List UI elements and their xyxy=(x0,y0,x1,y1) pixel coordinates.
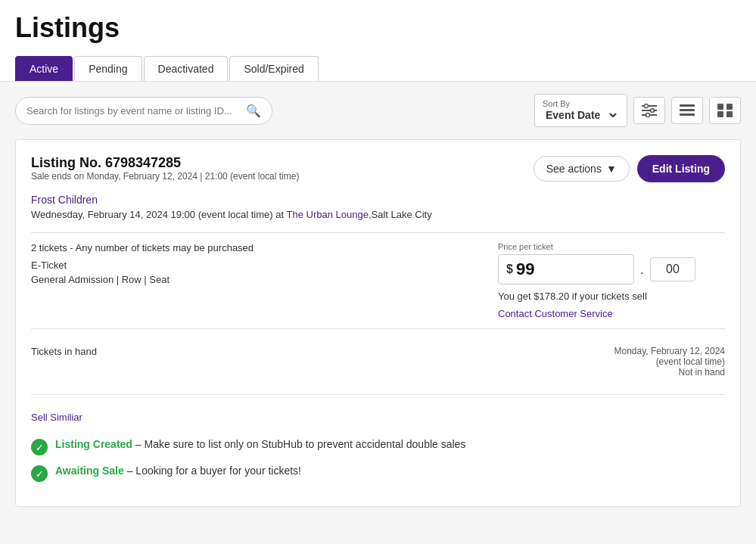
svg-rect-12 xyxy=(726,111,733,117)
svg-point-3 xyxy=(645,104,649,108)
tickets-in-hand-label: Tickets in hand xyxy=(31,346,97,357)
divider-3 xyxy=(31,394,725,395)
svg-point-4 xyxy=(651,109,655,113)
price-dollar: $ xyxy=(506,263,513,276)
sort-label: Sort By xyxy=(543,99,619,108)
list-view-button[interactable] xyxy=(671,97,703,124)
ticket-info-right: Price per ticket $ 99 . 00 You get $178.… xyxy=(498,242,725,319)
tab-active[interactable]: Active xyxy=(15,56,73,81)
status-awaiting-bold: Awaiting Sale xyxy=(55,465,124,477)
svg-rect-9 xyxy=(717,104,723,110)
sell-similar-link[interactable]: Sell Similiar xyxy=(31,412,82,423)
ticket-admission: General Admission | Row | Seat xyxy=(31,274,498,285)
status-created-bold: Listing Created xyxy=(55,438,132,450)
status-created-text: Listing Created – Make sure to list only… xyxy=(55,438,465,450)
listing-card: Listing No. 6798347285 Sale ends on Mond… xyxy=(15,139,741,507)
grid-view-button[interactable] xyxy=(709,97,741,124)
status-created-icon: ✓ xyxy=(31,439,48,455)
listing-actions: See actions ▼ Edit Listing xyxy=(534,155,725,182)
see-actions-label: See actions xyxy=(546,163,602,175)
grid-view-icon xyxy=(717,104,733,117)
svg-rect-11 xyxy=(717,111,723,117)
event-venue-link[interactable]: The Urban Lounge xyxy=(286,209,368,220)
svg-point-5 xyxy=(646,113,650,117)
filter-icon xyxy=(642,104,657,117)
sort-container: Sort By Event Date Listing Date Price Qu… xyxy=(534,94,741,127)
tab-pending[interactable]: Pending xyxy=(74,56,142,81)
ticket-info: 2 tickets - Any number of tickets may be… xyxy=(31,242,725,319)
toolbar: 🔍 Sort By Event Date Listing Date Price … xyxy=(0,82,756,139)
listing-header: Listing No. 6798347285 Sale ends on Mond… xyxy=(31,155,725,191)
tabs-bar: Active Pending Deactivated Sold/Expired xyxy=(15,56,741,81)
contact-customer-service-link[interactable]: Contact Customer Service xyxy=(498,308,725,319)
edit-listing-button[interactable]: Edit Listing xyxy=(637,155,725,182)
status-created-detail: – Make sure to list only on StubHub to p… xyxy=(132,438,465,450)
tab-deactivated[interactable]: Deactivated xyxy=(144,56,229,81)
listing-sale-ends: Sale ends on Monday, February 12, 2024 |… xyxy=(31,171,299,182)
ticket-count: 2 tickets - Any number of tickets may be… xyxy=(31,242,498,253)
status-item-awaiting: ✓ Awaiting Sale – Looking for a buyer fo… xyxy=(31,465,725,482)
price-cents: 00 xyxy=(650,257,695,281)
ticket-info-left: 2 tickets - Any number of tickets may be… xyxy=(31,242,498,294)
list-view-icon xyxy=(680,104,695,117)
listing-number: Listing No. 6798347285 xyxy=(31,155,299,171)
sort-select[interactable]: Event Date Listing Date Price Quantity xyxy=(543,108,619,122)
status-section: ✓ Listing Created – Make sure to list on… xyxy=(31,438,725,482)
svg-rect-6 xyxy=(680,104,695,107)
price-row: $ 99 . 00 xyxy=(498,254,725,284)
price-separator: . xyxy=(640,262,644,278)
tickets-in-hand-info: Monday, February 12, 2024 (event local t… xyxy=(614,346,725,378)
search-box: 🔍 xyxy=(15,97,272,125)
status-awaiting-detail: – Looking for a buyer for your tickets! xyxy=(124,465,301,477)
page-container: Listings Active Pending Deactivated Sold… xyxy=(0,0,756,534)
filter-icon-button[interactable] xyxy=(633,97,665,124)
event-city-text: ,Salt Lake City xyxy=(369,209,432,220)
price-earn: You get $178.20 if your tickets sell xyxy=(498,291,725,302)
price-input-wrap: $ 99 xyxy=(498,254,634,284)
tickets-in-hand-time: (event local time) xyxy=(614,356,725,367)
search-input[interactable] xyxy=(26,105,241,117)
listing-number-wrap: Listing No. 6798347285 Sale ends on Mond… xyxy=(31,155,299,191)
status-item-created: ✓ Listing Created – Make sure to list on… xyxy=(31,438,725,455)
status-awaiting-text: Awaiting Sale – Looking for a buyer for … xyxy=(55,465,301,477)
svg-rect-7 xyxy=(680,109,695,111)
divider-1 xyxy=(31,232,725,233)
divider-2 xyxy=(31,328,725,329)
sort-select-wrap: Sort By Event Date Listing Date Price Qu… xyxy=(534,94,627,127)
svg-rect-10 xyxy=(726,104,733,110)
event-details: Wednesday, February 14, 2024 19:00 (even… xyxy=(31,209,725,220)
svg-rect-8 xyxy=(680,113,695,116)
search-icon: 🔍 xyxy=(246,104,261,118)
event-date-text: Wednesday, February 14, 2024 19:00 (even… xyxy=(31,209,286,220)
tickets-in-hand-status: Not in hand xyxy=(614,367,725,378)
event-name-link[interactable]: Frost Children xyxy=(31,194,725,206)
tickets-in-hand-row: Tickets in hand Monday, February 12, 202… xyxy=(31,338,725,385)
page-title: Listings xyxy=(15,12,741,44)
price-label: Price per ticket xyxy=(498,242,725,251)
page-header: Listings Active Pending Deactivated Sold… xyxy=(0,0,756,82)
tickets-in-hand-date: Monday, February 12, 2024 xyxy=(614,346,725,356)
listings-area: Listing No. 6798347285 Sale ends on Mond… xyxy=(0,139,756,534)
price-whole: 99 xyxy=(516,260,534,279)
ticket-type: E-Ticket xyxy=(31,260,498,271)
chevron-down-icon: ▼ xyxy=(606,163,617,175)
status-awaiting-icon: ✓ xyxy=(31,465,48,482)
see-actions-button[interactable]: See actions ▼ xyxy=(534,156,630,182)
tab-sold-expired[interactable]: Sold/Expired xyxy=(229,56,318,81)
